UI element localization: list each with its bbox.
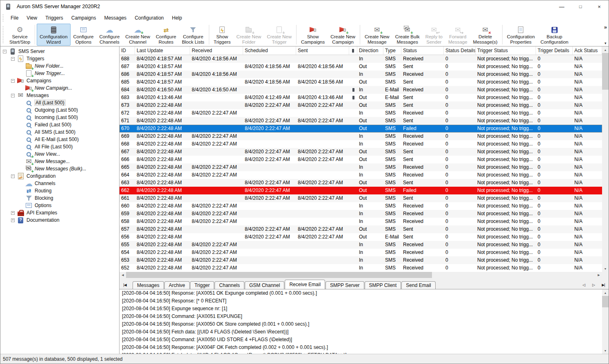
tree-item-new-campaign[interactable]: +New Campaign... [0,84,119,92]
table-row[interactable]: 6558/4/2020 2:22:48 AM8/4/2020 2:22:47 A… [120,241,602,249]
create-new-channel-button[interactable]: ☁+Create NewChannel [122,24,153,46]
table-row[interactable]: 6538/4/2020 2:22:48 AM8/4/2020 2:22:47 A… [120,256,602,264]
table-row[interactable]: 6888/4/2020 4:18:57 AM8/4/2020 4:18:56 A… [120,55,602,63]
table-row[interactable]: 6618/4/2020 2:22:48 AM8/4/2020 2:22:47 A… [120,194,602,202]
table-row[interactable]: 6628/4/2020 2:22:48 AM8/4/2020 2:22:47 A… [120,187,602,194]
tree-item-incoming-last-500[interactable]: Incoming (Last 500) [0,114,119,121]
table-row[interactable]: 6658/4/2020 2:22:48 AM8/4/2020 2:22:47 A… [120,163,602,171]
tree-item-failed-last-500[interactable]: Failed (Last 500) [0,121,119,128]
scroll-down-arrow-icon[interactable]: ▼ [602,347,609,354]
tree-item-campaigns[interactable]: −Campaigns [0,77,119,84]
table-horizontal-scrollbar[interactable]: ◀ ▶ [120,272,609,278]
minimize-button[interactable]: — [552,0,571,13]
menu-item-campaigns[interactable]: Campaigns [67,13,100,22]
configure-channels-button[interactable]: ☁ConfigureChannels [96,24,122,46]
backup-configuration-button[interactable]: BackupConfiguration [538,24,571,46]
table-row[interactable]: 6718/4/2020 2:22:48 AM8/4/2020 2:22:47 A… [120,117,602,125]
table-row[interactable]: 6678/4/2020 2:22:48 AM8/4/2020 2:22:47 A… [120,148,602,156]
column-header-trigger-details[interactable]: Trigger Details [536,46,573,55]
tree-item-triggers[interactable]: −ϟTriggers [0,55,119,62]
column-header-received[interactable]: Received [190,46,243,55]
column-header-ack-status[interactable]: Ack Status [573,46,602,55]
menu-item-file[interactable]: File [7,13,22,22]
menu-item-view[interactable]: View [22,13,41,22]
menu-grip[interactable] [2,14,4,22]
tree-item-routing[interactable]: ⇄Routing [0,187,119,194]
toolbar-overflow-chevron[interactable]: » [604,24,607,30]
tree-item-new-view[interactable]: +New View... [0,150,119,158]
menu-item-configuration[interactable]: Configuration [131,13,168,22]
tree-item-all-last-500[interactable]: All (Last 500) [0,99,119,106]
tab-next-button[interactable]: ▷ [589,281,598,289]
tree-item-messages[interactable]: −✉Messages [0,92,119,99]
tab-first-button[interactable]: |◀ [120,281,129,289]
configure-block-lists-button[interactable]: ConfigureBlock Lists [179,24,207,46]
configuration-wizard-button[interactable]: ConfigurationWizard [37,24,70,46]
column-header-status[interactable]: Status [401,46,444,55]
table-row[interactable]: 6688/4/2020 2:22:48 AM8/4/2020 2:22:47 A… [120,140,602,148]
create-bulk-messages-button[interactable]: ✉✉+Create BulkMessages [392,24,423,46]
delete-message-s-button[interactable]: ✉×DeleteMessage(s) [470,24,500,46]
configure-options-button[interactable]: ConfigureOptions [71,24,97,46]
column-header-status-details[interactable]: Status Details [444,46,476,55]
scroll-left-arrow-icon[interactable]: ◀ [120,272,126,278]
table-row[interactable]: 6638/4/2020 2:22:48 AM8/4/2020 2:22:47 A… [120,179,602,187]
table-row[interactable]: 6858/4/2020 4:18:57 AM8/4/2020 4:18:56 A… [120,78,602,86]
table-row[interactable]: 6868/4/2020 4:18:57 AM8/4/2020 4:18:56 A… [120,71,602,78]
column-header-trigger-status[interactable]: Trigger Status [476,46,536,55]
tab-smpp-client[interactable]: SMPP Client [365,281,401,289]
scroll-track[interactable] [432,272,596,278]
scroll-track[interactable] [602,90,609,265]
tree-item-configuration[interactable]: −Configuration [0,172,119,180]
tree-item-new-trigger[interactable]: +New Trigger... [0,70,119,77]
tab-archive[interactable]: Archive [164,281,190,289]
tab-send-email[interactable]: Send Email [401,281,435,289]
table-row[interactable]: 6848/4/2020 4:16:50 AM8/4/2020 4:16:50 A… [120,86,602,94]
table-row[interactable]: 6598/4/2020 2:22:48 AM8/4/2020 2:22:47 A… [120,210,602,218]
tree-item-all-e-mail-last-500[interactable]: All E-Mail (Last 500) [0,136,119,143]
tab-smpp-server[interactable]: SMPP Server [326,281,364,289]
scroll-up-arrow-icon[interactable]: ▲ [602,289,609,296]
table-row[interactable]: 6578/4/2020 2:22:48 AM8/4/2020 2:22:47 A… [120,225,602,233]
table-row[interactable]: 6588/4/2020 2:22:48 AM8/4/2020 2:22:47 A… [120,218,602,225]
tab-gsm-channel[interactable]: GSM Channel [245,281,284,289]
table-row[interactable]: 6608/4/2020 2:22:48 AM8/4/2020 2:22:47 A… [120,202,602,210]
configuration-properties-button[interactable]: ConfigurationProperties [504,24,538,46]
tab-prev-button[interactable]: ◁ [579,281,588,289]
table-row[interactable]: 6548/4/2020 2:22:48 AM8/4/2020 2:22:47 A… [120,249,602,256]
menu-item-messages[interactable]: Messages [100,13,131,22]
tab-last-button[interactable]: ▶| [599,281,608,289]
tree-item-options[interactable]: Options [0,202,119,209]
tree-expander-icon[interactable]: + [11,218,15,222]
tree-item-documentation[interactable]: +?Documentation [0,216,119,224]
column-header-direction[interactable]: Direction [357,46,383,55]
horizontal-scroll-thumb[interactable] [126,272,432,278]
create-new-campaign-button[interactable]: +Create NewCampaign [328,24,358,46]
tree-expander-icon[interactable]: − [11,57,15,61]
log-scroll-thumb[interactable] [602,296,609,307]
tree-item-outgoing-last-500[interactable]: Outgoing (Last 500) [0,106,119,114]
table-row[interactable]: 6568/4/2020 2:22:48 AM8/4/2020 2:22:47 A… [120,233,602,241]
column-header-last-update[interactable]: Last Update [135,46,190,55]
table-row[interactable]: 6878/4/2020 4:18:57 AM8/4/2020 4:18:56 A… [120,63,602,71]
column-header-id[interactable]: ID [120,46,135,55]
scroll-up-arrow-icon[interactable]: ▲ [602,46,609,53]
column-header-attachment[interactable] [349,46,357,55]
table-row[interactable]: 6728/4/2020 2:22:48 AM8/4/2020 2:22:47 A… [120,109,602,117]
tab-messages[interactable]: Messages [133,281,164,289]
maximize-button[interactable]: □ [571,0,590,13]
toolbar-grip[interactable] [2,26,4,44]
service-start-stop-button[interactable]: ⚙ServiceStart/Stop [7,24,33,46]
tree-expander-icon[interactable]: − [3,50,7,53]
menu-item-help[interactable]: Help [168,13,186,22]
table-row[interactable]: 6738/4/2020 2:22:48 AM8/4/2020 2:22:47 A… [120,101,602,109]
tab-receive-email[interactable]: Receive Email [285,280,325,289]
toolbar-overflow-dropdown-icon[interactable]: ▾ [605,41,607,45]
tree-expander-icon[interactable]: − [11,94,15,97]
close-button[interactable]: × [590,0,609,13]
menu-item-triggers[interactable]: Triggers [41,13,67,22]
tree-item-sms-server[interactable]: −SMS Server [0,48,119,55]
tree-item-api-examples[interactable]: +API Examples [0,209,119,216]
tree-item-channels[interactable]: ☁Channels [0,180,119,187]
log-vertical-scrollbar[interactable]: ▲ ▼ [602,289,609,354]
